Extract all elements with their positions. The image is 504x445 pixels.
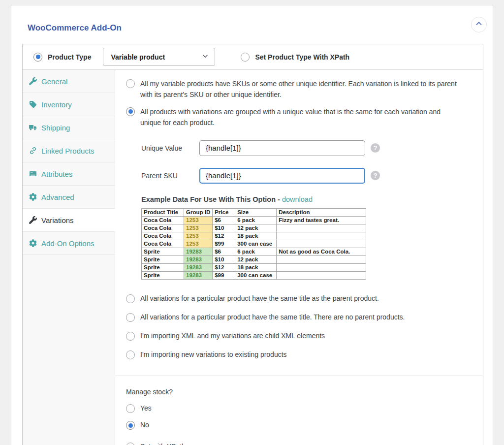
manage-stock-xpath[interactable]: Set with XPath [126,442,472,445]
radio-icon [126,404,135,413]
collapse-panel-button[interactable] [471,17,487,32]
chevron-up-icon [475,20,483,30]
col-size: Size [235,208,277,216]
parent-sku-label: Parent SKU [141,172,199,180]
table-row: Coca Cola1253$99300 can case [142,240,366,248]
col-description: Description [277,208,366,216]
unique-value-input[interactable] [199,140,365,156]
sidebar-item-attributes[interactable]: Attributes [23,162,115,186]
link-icon [29,147,37,155]
variation-option-same-title-no-parent[interactable]: All variations for a particular product … [126,312,465,323]
radio-icon [126,421,135,430]
addon-settings-box: Product Type Variable product Set Produc… [22,44,483,445]
product-type-select[interactable]: Variable product [103,48,215,66]
tag-icon [29,100,37,108]
manage-stock-yes[interactable]: Yes [126,403,472,414]
sidebar-item-general[interactable]: General [23,70,115,93]
parent-sku-input[interactable] [199,168,365,184]
radio-icon [126,332,135,341]
woocommerce-addon-panel: WooCommerce Add-On Product Type Variable… [11,5,493,445]
settings-sidebar: General Inventory Shipping Linked Produc… [23,70,115,445]
example-data-heading: Example Data For Use With This Option - … [141,195,465,203]
sidebar-item-label: Linked Products [41,147,94,155]
col-group-id: Group ID [184,208,213,216]
page: { "panel": { "title": "WooCommerce Add-O… [0,0,504,445]
sidebar-item-addon-options[interactable]: Add-On Options [23,232,115,255]
sidebar-item-shipping[interactable]: Shipping [23,116,115,139]
sidebar-item-label: Shipping [41,124,70,132]
sidebar-item-label: Add-On Options [41,239,94,248]
unique-value-label: Unique Value [141,144,199,152]
table-row: Coca Cola1253$66 packFizzy and tastes gr… [142,216,366,224]
col-product-title: Product Title [142,208,184,216]
product-type-radio[interactable]: Product Type [33,53,91,62]
sidebar-item-advanced[interactable]: Advanced [23,186,115,209]
radio-icon [126,313,135,322]
table-row: Sprite19283$99300 can case [142,271,366,279]
xpath-product-type-radio[interactable]: Set Product Type With XPath [241,53,349,62]
col-price: Price [213,208,235,216]
panel-title: WooCommerce Add-On [28,23,122,33]
wrench-icon [29,216,37,224]
download-link[interactable]: download [282,195,313,203]
card-icon [29,170,37,178]
example-data-table: Product Title Group ID Price Size Descri… [141,208,366,280]
sidebar-item-label: Attributes [41,170,72,178]
table-row: Sprite19283$1218 pack [142,263,366,271]
variations-tab-content: All my variable products have SKUs or so… [115,70,483,445]
table-row: Sprite19283$66 packNot as good as Coca C… [142,248,366,255]
radio-icon [241,53,250,62]
manage-stock-section: Manage stock? Yes No Set with XPath [115,376,483,445]
help-icon[interactable]: ? [371,171,380,180]
help-icon[interactable]: ? [371,143,380,153]
sidebar-item-label: Variations [41,216,74,224]
chevron-down-icon [202,53,209,62]
sidebar-item-label: Inventory [41,100,72,109]
radio-icon [126,443,135,445]
unique-value-row: Unique Value ? [141,140,465,156]
radio-icon [126,107,135,116]
settings-body: General Inventory Shipping Linked Produc… [23,70,483,445]
sidebar-item-linked-products[interactable]: Linked Products [23,139,115,162]
variation-option-same-title-parent[interactable]: All variations for a particular product … [126,293,465,304]
manage-stock-no[interactable]: No [126,420,472,431]
parent-sku-row: Parent SKU ? [141,168,465,184]
radio-icon [126,294,135,303]
selected-product-type: Variable product [111,53,202,61]
more-variation-options: All variations for a particular product … [126,293,465,360]
variation-option-existing-products[interactable]: I'm importing new variations to existing… [126,350,465,360]
sidebar-item-variations[interactable]: Variations [23,209,115,232]
product-type-row: Product Type Variable product Set Produc… [23,44,483,70]
variation-option-sku[interactable]: All my variable products have SKUs or so… [126,79,465,100]
gear-icon [29,193,37,201]
sidebar-item-inventory[interactable]: Inventory [23,93,115,116]
variation-fields: Unique Value ? Parent SKU ? [141,140,465,184]
table-row: Coca Cola1253$1218 pack [142,232,366,240]
xpath-product-type-label: Set Product Type With XPath [255,53,349,61]
truck-icon [29,124,37,131]
wrench-icon [29,77,37,85]
gear-icon [29,239,37,247]
table-row: Coca Cola1253$1012 pack [142,224,366,232]
variation-option-unique-value[interactable]: All products with variations are grouped… [126,107,465,128]
table-row: Sprite19283$1012 pack [142,255,366,263]
sidebar-item-label: General [41,77,67,86]
radio-icon [126,79,135,88]
product-type-label: Product Type [48,53,91,61]
sidebar-item-label: Advanced [41,193,74,201]
manage-stock-label: Manage stock? [126,388,472,396]
variation-option-child-xml[interactable]: I'm importing XML and my variations are … [126,331,465,342]
radio-icon [33,53,42,62]
radio-icon [126,350,135,359]
